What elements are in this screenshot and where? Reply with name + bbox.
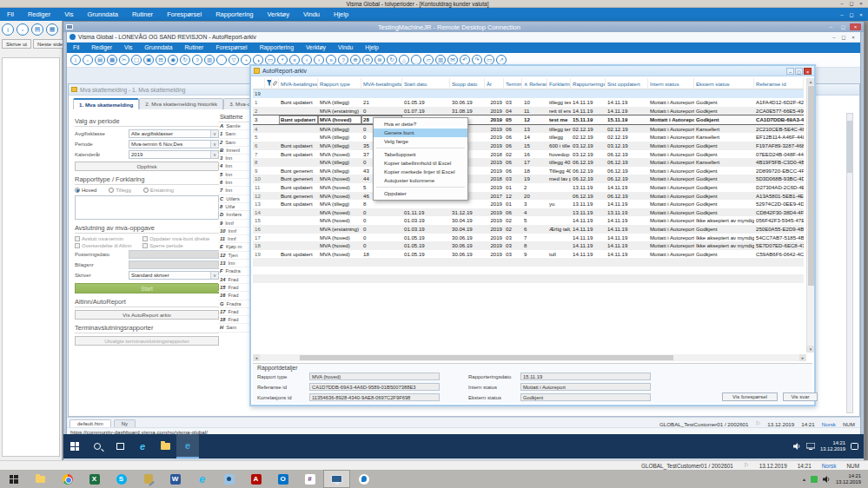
table-row[interactable]: 7Bunt updatertMVA (hoved)3720180216hoved… xyxy=(253,150,804,159)
filter-cell[interactable] xyxy=(606,89,648,98)
start-button[interactable] xyxy=(0,470,27,488)
menu-item-verktøy[interactable]: Verktøy xyxy=(261,8,296,21)
menu-item-grunndata[interactable]: Grunndata xyxy=(138,43,178,53)
menu-item-rutiner[interactable]: Rutiner xyxy=(125,8,160,21)
column-header-ekstern-status[interactable]: Ekstern status xyxy=(694,78,754,89)
toolbar-icon[interactable]: ▽ xyxy=(229,55,239,65)
restore-icon[interactable]: ◻ xyxy=(838,23,849,30)
table-filter-row[interactable]: 19 xyxy=(253,89,804,98)
task-view-icon[interactable] xyxy=(109,434,131,458)
table-row[interactable]: 4MVA (tillegg)020190613tillegg ter02.12.… xyxy=(253,125,804,134)
scroll-left-icon[interactable]: ◂ xyxy=(253,354,260,361)
table-vertical-scrollbar[interactable]: ▴ ▾ xyxy=(806,78,814,353)
minimize-icon[interactable]: – xyxy=(830,34,838,41)
table-row[interactable]: 6Bunt updatertMVA (tillegg)3520190615600… xyxy=(253,142,804,150)
column-header-intern-status[interactable]: Intern status xyxy=(648,78,694,89)
tray-expand-icon[interactable]: ▴ xyxy=(803,476,805,482)
restore-icon[interactable]: ◻ xyxy=(839,34,848,41)
remote-app-icon[interactable] xyxy=(215,470,242,488)
menu-item-vis[interactable]: Vis xyxy=(57,8,80,21)
toolbar-icon[interactable]: ▣ xyxy=(143,55,154,65)
scrollbar-thumb[interactable] xyxy=(808,86,814,286)
edge-icon[interactable]: e xyxy=(176,434,199,458)
table-row[interactable]: 3Bunt updatertMVA (hoved)2820190512test … xyxy=(253,115,804,125)
menu-item-fil[interactable]: Fil xyxy=(0,8,21,21)
minimize-icon[interactable]: – xyxy=(838,0,846,7)
tab-1-mva-skattemelding[interactable]: 1. Mva skattemelding xyxy=(73,98,139,109)
menu-item-forespørsel[interactable]: Forespørsel xyxy=(209,43,253,53)
menu-item-vis[interactable]: Vis xyxy=(118,43,138,53)
menu-item-rediger[interactable]: Rediger xyxy=(21,8,57,21)
language-indicator[interactable]: Norsk xyxy=(822,421,836,427)
chevron-down-icon[interactable]: ∨ xyxy=(210,272,218,279)
chevron-down-icon[interactable]: ∨ xyxy=(210,151,218,158)
radio-tillegg[interactable]: Tillegg xyxy=(109,188,130,193)
table-row[interactable]: 15MVA (hoved)001.03.1930.04.19201902514.… xyxy=(253,216,804,225)
context-menu-item-velg-farge[interactable]: Velg farge xyxy=(374,137,467,146)
internet-explorer-icon[interactable]: e xyxy=(131,434,154,458)
table-row[interactable]: 1Bunt updatertMVA (tillegg)2101.05.1930.… xyxy=(253,98,804,107)
admin-tool-icon[interactable] xyxy=(135,470,162,488)
excel-icon[interactable]: X xyxy=(81,470,108,488)
table-horizontal-scrollbar[interactable]: ◂ ▸ xyxy=(253,354,806,361)
file-explorer-icon[interactable] xyxy=(27,470,54,488)
tray-app-icon[interactable] xyxy=(811,476,818,483)
filter-cell[interactable] xyxy=(265,89,272,98)
table-row[interactable]: 16MVA (erstatning)001.03.1930.04.1920190… xyxy=(253,225,804,234)
network-icon[interactable] xyxy=(806,443,815,450)
tab-2-mva-skattemelding-historikk[interactable]: 2. Mva skattemelding historikk xyxy=(139,98,223,109)
close-icon[interactable]: × xyxy=(804,68,812,75)
paperclip-icon[interactable] xyxy=(272,78,279,89)
filter-cell[interactable] xyxy=(361,89,402,98)
acrobat-icon[interactable]: A xyxy=(242,470,269,488)
toolbar-icon[interactable]: ◌ xyxy=(216,55,227,65)
checkbox-avslutt-mva-termin[interactable]: Avslutt mva-termin xyxy=(75,236,141,241)
column-header-referanse-id[interactable]: Referanse id xyxy=(754,78,804,89)
input-bilagsnr[interactable] xyxy=(129,260,219,269)
column-header-mva-betalingsstatus[interactable]: MVA-betalingsstatus xyxy=(279,78,318,89)
checkbox-oppdater-mva-bunt-direkte[interactable]: Oppdater mva-bunt direkte xyxy=(142,236,219,241)
filter-cell[interactable] xyxy=(504,89,522,98)
table-row[interactable]: 13Bunt updatertMVA (tillegg)82019013yu13… xyxy=(253,200,804,208)
chrome-icon[interactable] xyxy=(54,470,81,488)
toolbar-icon[interactable]: ▤ xyxy=(31,23,43,36)
column-header-stopp-dato[interactable]: Stopp dato xyxy=(450,78,485,89)
filter-cell[interactable] xyxy=(485,89,504,98)
context-menu-item-tabelloppsett[interactable]: Tabelloppsett xyxy=(374,150,467,159)
dropdown-periode[interactable]: Mva-termin 6 Nov,Des∨ xyxy=(129,140,219,148)
visma-titlebar[interactable]: Visma Global - LONEVÅG OG SAND REVISJON … xyxy=(67,32,860,43)
filter-cell[interactable] xyxy=(694,89,754,98)
forklaring-textarea[interactable] xyxy=(75,195,219,220)
column-header-forklaring[interactable]: Forklaring xyxy=(547,78,571,89)
table-row[interactable]: 12Bunt generertMVA (hoved)462017122006.1… xyxy=(253,192,804,201)
toolbar-icon[interactable]: ▦ xyxy=(46,23,58,36)
filter-cell[interactable]: 19 xyxy=(253,89,265,98)
filter-cell[interactable] xyxy=(571,89,606,98)
minimize-icon[interactable]: – xyxy=(786,68,794,75)
toolbar-icon[interactable]: ↻ xyxy=(180,55,190,65)
toolbar-icon[interactable]: ▥ xyxy=(204,55,215,65)
host-clock[interactable]: 14:21 13.12.2019 xyxy=(836,473,861,485)
restore-icon[interactable]: ◻ xyxy=(795,68,803,75)
column-header-år[interactable]: År xyxy=(485,78,504,89)
context-menu-item-oppdater[interactable]: Oppdater xyxy=(374,189,467,198)
radio-erstatning[interactable]: Erstatning xyxy=(143,188,174,193)
filter-cell[interactable] xyxy=(522,89,547,98)
table-row[interactable]: 10Bunt generertMVA (hoved)4420180319med … xyxy=(253,175,804,183)
filter-cell[interactable] xyxy=(754,89,804,98)
menu-item-verktøy[interactable]: Verktøy xyxy=(300,43,332,53)
context-menu-item-kopier-merkede-linjer-til-excel[interactable]: Kopier merkede linjer til Excel xyxy=(374,168,467,176)
autoreport-table[interactable]: MVA-betalingsstatusRapport typeMVA-betal… xyxy=(253,78,805,353)
scrollbar-thumb[interactable] xyxy=(300,355,673,360)
vis-foresporsel-button[interactable]: Vis forespørsel xyxy=(722,392,778,401)
menu-item-fil[interactable]: Fil xyxy=(67,43,85,53)
column-header-sist-oppdatert[interactable]: Sist oppdatert xyxy=(606,78,648,89)
table-row[interactable]: 19Bunt updatertMVA (hoved)1801.05.1930.0… xyxy=(253,250,804,259)
language-indicator[interactable]: Norsk xyxy=(822,463,837,469)
context-menu-item-autojuster-kolonnene[interactable]: Autojuster kolonnene xyxy=(374,176,467,185)
filter-cell[interactable] xyxy=(648,89,694,98)
skype-icon[interactable]: S xyxy=(108,470,135,488)
menu-item-hjelp[interactable]: Hjelp xyxy=(327,8,355,21)
menu-item-forespørsel[interactable]: Forespørsel xyxy=(160,8,209,21)
filter-cell[interactable] xyxy=(547,89,571,98)
